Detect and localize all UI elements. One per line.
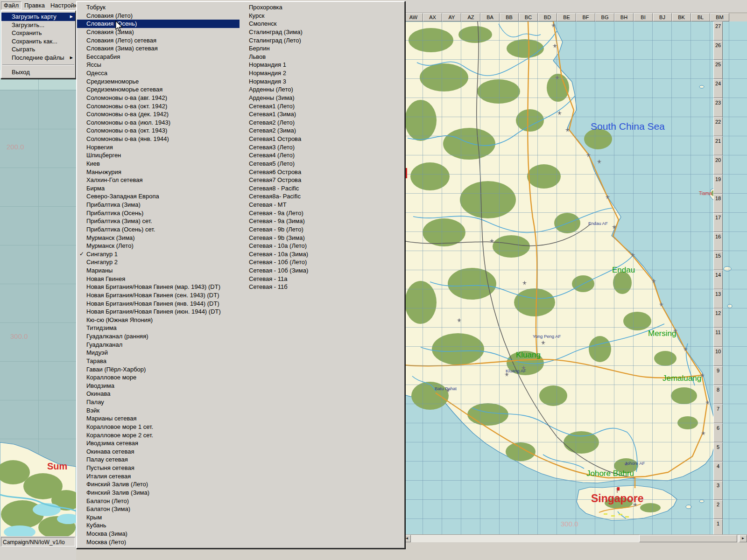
map-menu-item[interactable]: Бессарабия: [77, 53, 240, 61]
map-menu-item[interactable]: Халхин-Гол сетевая: [77, 176, 240, 184]
file-menu-item[interactable]: Сохранить: [1, 29, 75, 37]
map-menu-item[interactable]: Маньчжурия: [77, 168, 240, 176]
scrollbar-track[interactable]: [411, 535, 739, 542]
map-menu-item[interactable]: Иводзима сетевая: [77, 439, 240, 448]
map-menu-item[interactable]: Сетевая2 (Зима): [240, 126, 404, 135]
map-menu-item[interactable]: Гуадалканал: [77, 341, 240, 349]
map-menu-item[interactable]: Соломоновы о-ва (июл. 1943): [77, 119, 240, 127]
map-menu-item[interactable]: Сталинград (Зима): [240, 28, 404, 36]
map-menu-item[interactable]: Сетевая - 9a (Зима): [240, 217, 404, 225]
map-menu-item[interactable]: Прибалтика (Зима) сет.: [77, 217, 240, 225]
map-canvas[interactable]: South China SeaEndauMersingKluangJemalua…: [403, 21, 747, 534]
map-menu-item[interactable]: Соломоновы о-ва (окт. 1943): [77, 126, 240, 135]
map-menu-item[interactable]: Финский Залив (Зима): [77, 489, 240, 497]
map-menu-item[interactable]: Коралловое море 1 сет.: [77, 423, 240, 431]
map-menu-item[interactable]: Крым: [77, 513, 240, 522]
map-menu-item[interactable]: Берлин: [240, 44, 404, 53]
scrollbar-thumb[interactable]: [639, 535, 737, 542]
map-menu-item[interactable]: Сетевая1 (Зима): [240, 110, 404, 119]
map-menu-item[interactable]: Киев: [77, 160, 240, 168]
map-menu-item[interactable]: Италия сетевая: [77, 472, 240, 481]
map-menu-item[interactable]: Палау сетевая: [77, 455, 240, 464]
map-menu-item[interactable]: Норвегия: [77, 143, 240, 152]
map-menu-item[interactable]: Яссы: [77, 61, 240, 69]
map-menu-item[interactable]: Сетевая5 (Лето): [240, 160, 404, 168]
map-menu-item[interactable]: Соломоновы о-ва (янв. 1944): [77, 135, 240, 143]
map-menu-item[interactable]: Тобрук: [77, 3, 240, 12]
map-menu-item[interactable]: Арденны (Зима): [240, 94, 404, 102]
map-menu-item[interactable]: Шпицберген: [77, 151, 240, 160]
map-menu-item[interactable]: Вэйк: [77, 406, 240, 415]
map-menu-item[interactable]: Сетевая6 Острова: [240, 168, 404, 176]
map-menu-item[interactable]: Иводзима: [77, 382, 240, 390]
horizontal-scrollbar[interactable]: ◄ ►: [403, 534, 747, 542]
map-menu-item[interactable]: Окинава сетевая: [77, 448, 240, 456]
map-menu-item[interactable]: Палау: [77, 398, 240, 406]
file-menu-item[interactable]: Последние файлы▶: [1, 54, 75, 62]
map-menu-item[interactable]: Смоленск: [240, 20, 404, 28]
map-menu-item[interactable]: Словакия (Осень): [77, 20, 240, 28]
map-menu-item[interactable]: Прохоровка: [240, 3, 404, 12]
map-menu-item[interactable]: Кю-сю (Южная Япония): [77, 316, 240, 324]
map-menu-item[interactable]: Сетевая7 Острова: [240, 176, 404, 184]
map-menu-item[interactable]: Средиземноморье: [77, 77, 240, 86]
map-menu-item[interactable]: Сетевая - 9b (Зима): [240, 234, 404, 242]
map-menu-item[interactable]: Коралловое море 2 сет.: [77, 431, 240, 440]
map-menu-item[interactable]: Сетевая1 Острова: [240, 135, 404, 143]
map-menu-item[interactable]: Сетевая - 10a (Зима): [240, 250, 404, 259]
map-menu-item[interactable]: Соломоновы о-ва (окт. 1942): [77, 102, 240, 111]
map-menu-item[interactable]: Арденны (Лето): [240, 85, 404, 94]
map-menu-item[interactable]: Сетевая - 9a (Лето): [240, 209, 404, 217]
map-menu-item[interactable]: Москва (Зима): [77, 530, 240, 538]
map-menu-item[interactable]: Новая Британия/Новая Гвинея (янв. 1944) …: [77, 300, 240, 308]
map-menu-item[interactable]: Сталинград (Лето): [240, 36, 404, 45]
menubar-item-file[interactable]: Файл: [1, 1, 21, 10]
file-menu-item[interactable]: Загрузить карту▶: [1, 13, 75, 21]
file-menu-item[interactable]: Выход: [1, 68, 75, 77]
map-menu-item[interactable]: Сингапур 2: [77, 258, 240, 266]
map-menu-item[interactable]: Сетевая1 (Лето): [240, 102, 404, 111]
map-menu-item[interactable]: Сетевая3 (Лето): [240, 143, 404, 152]
map-menu-item[interactable]: Нормандия 2: [240, 69, 404, 77]
map-menu-item[interactable]: Сетевая - 11a: [240, 275, 404, 283]
map-menu-item[interactable]: Марианы сетевая: [77, 414, 240, 423]
map-menu-item[interactable]: Прибалтика (Зима): [77, 201, 240, 209]
map-menu-item[interactable]: Гуадалканал (ранняя): [77, 332, 240, 341]
map-menu-item[interactable]: Мурманск (Лето): [77, 242, 240, 250]
map-menu-item[interactable]: Северо-Западная Европа: [77, 192, 240, 201]
file-menu-item[interactable]: Сохранить как...: [1, 37, 75, 46]
map-menu-item[interactable]: Сетевая - 9b (Лето): [240, 225, 404, 234]
map-menu-item[interactable]: Титидзима: [77, 324, 240, 332]
map-menu-item[interactable]: Прибалтика (Осень): [77, 209, 240, 217]
map-menu-item[interactable]: Кубань: [77, 521, 240, 530]
map-menu-item[interactable]: Словакия (Зима): [77, 28, 240, 36]
map-menu-item[interactable]: Словакия (Зима) сетевая: [77, 44, 240, 53]
map-menu-item[interactable]: Сетевая8a- Pacific: [240, 192, 404, 201]
map-menu-item[interactable]: Соломоновы о-ва (дек. 1942): [77, 110, 240, 119]
map-menu-item[interactable]: Сетевая - 11б: [240, 283, 404, 291]
file-menu-item[interactable]: Сыграть: [1, 45, 75, 54]
menubar-item-edit[interactable]: Правка: [21, 1, 48, 10]
map-menu-item[interactable]: Одесса: [77, 69, 240, 77]
map-menu-item[interactable]: Новая Британия/Новая Гвинея (мар. 1943) …: [77, 283, 240, 291]
map-menu-item[interactable]: Москва (Лето): [77, 538, 240, 546]
map-menu-item[interactable]: Сетевая - 10a (Лето): [240, 242, 404, 250]
map-menu-item[interactable]: Мидуэй: [77, 349, 240, 357]
map-menu-item[interactable]: Прибалтика (Осень) сет.: [77, 225, 240, 234]
map-menu-item[interactable]: Окинава: [77, 390, 240, 398]
scroll-right-button[interactable]: ►: [739, 535, 747, 542]
map-menu-item[interactable]: Новая Гвинея: [77, 275, 240, 283]
map-menu-item[interactable]: Сетевая8 - Pacific: [240, 184, 404, 193]
file-menu-item[interactable]: Загрузить...: [1, 21, 75, 29]
map-menu-item[interactable]: Мурманск (Зима): [77, 234, 240, 242]
map-menu-item[interactable]: Сетевая - MT: [240, 201, 404, 209]
map-menu-item[interactable]: Словакия (Лето) сетевая: [77, 36, 240, 45]
map-menu-item[interactable]: Пустыня сетевая: [77, 464, 240, 472]
map-menu-item[interactable]: Сетевая4 (Лето): [240, 151, 404, 160]
map-menu-item[interactable]: Сетевая2 (Лето): [240, 119, 404, 127]
map-menu-item[interactable]: Балатон (Зима): [77, 505, 240, 513]
map-menu-item[interactable]: Новая Британия/Новая Гвинея (июн. 1944) …: [77, 308, 240, 316]
map-canvas-left[interactable]: 200.0300.0Sum: [0, 0, 76, 537]
map-menu-item[interactable]: Сетевая - 10б (Лето): [240, 258, 404, 266]
map-menu-item[interactable]: Сетевая - 10б (Зима): [240, 266, 404, 275]
